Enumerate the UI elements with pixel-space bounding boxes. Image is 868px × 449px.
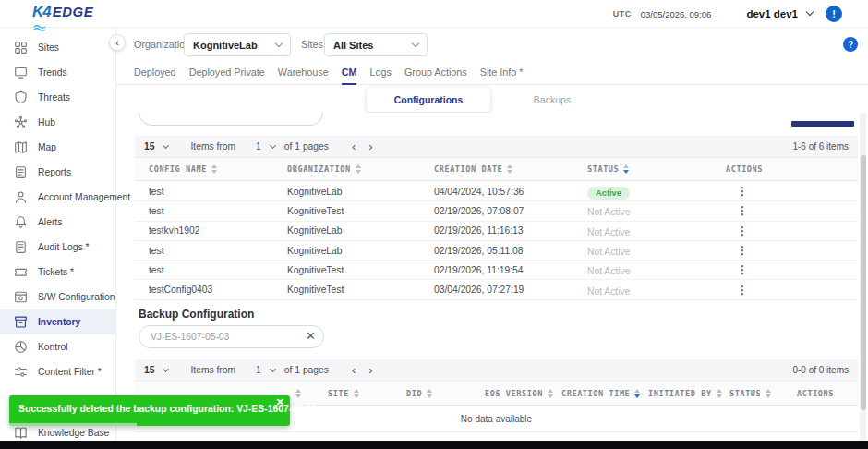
page-chevron-down-icon[interactable] xyxy=(270,366,276,372)
table-row[interactable]: testConfig0403 KognitiveTest 03/04/2026,… xyxy=(135,280,858,299)
user-menu-chevron-down-icon[interactable] xyxy=(806,8,814,16)
sidebar-item[interactable]: Kontrol xyxy=(0,334,115,359)
row-actions-kebab-icon[interactable]: ⋮ xyxy=(726,206,858,215)
cell-creation-date: 03/04/2026, 07:27:19 xyxy=(434,285,587,295)
page-prev-icon[interactable]: ‹ xyxy=(349,140,358,152)
items-from-label: Items from xyxy=(190,141,235,152)
sort-icon[interactable] xyxy=(211,164,217,174)
row-actions-kebab-icon[interactable]: ⋮ xyxy=(726,226,858,236)
sort-icon[interactable] xyxy=(548,389,553,398)
organization-value: KognitiveLab xyxy=(193,40,258,51)
page-size-value[interactable]: 15 xyxy=(144,141,154,152)
sidebar-nav: Sites Trends Threats Hub Map Reports xyxy=(0,28,116,441)
sort-icon[interactable] xyxy=(427,389,432,398)
page-number-value[interactable]: 1 xyxy=(256,141,261,152)
sort-icon[interactable] xyxy=(356,164,361,174)
k4edge-logo[interactable]: K4 EDGE xyxy=(32,3,93,21)
tab[interactable]: Group Actions xyxy=(404,61,467,85)
sidebar-item[interactable]: Content Filter * xyxy=(0,359,115,384)
sidebar-item-label: S/W Configuration xyxy=(38,292,115,302)
config-search-input-partial[interactable] xyxy=(139,113,323,126)
tab[interactable]: Site Info * xyxy=(480,61,524,85)
tab[interactable]: CM xyxy=(342,61,357,85)
subtab-configurations[interactable]: Configurations xyxy=(367,88,490,112)
backup-search-input[interactable] xyxy=(139,325,324,348)
sort-icon-active[interactable] xyxy=(634,389,640,398)
sort-icon[interactable] xyxy=(295,389,301,398)
page-number-value[interactable]: 1 xyxy=(256,365,261,375)
sidebar-item[interactable]: Threats xyxy=(0,85,115,110)
table-row[interactable]: testkvh1902 KognitiveLab 02/19/2026, 11:… xyxy=(135,222,858,241)
tab[interactable]: Deployed Private xyxy=(189,61,265,85)
sort-icon[interactable] xyxy=(507,164,512,174)
tab[interactable]: Warehouse xyxy=(278,61,329,85)
col-status: STATUS xyxy=(729,389,761,398)
tab[interactable]: Logs xyxy=(369,61,391,85)
sidebar-item[interactable]: S/W Configuration xyxy=(0,285,115,309)
organization-label: Organization xyxy=(134,39,190,50)
sort-icon[interactable] xyxy=(766,389,771,398)
cell-organization: KognitiveTest xyxy=(287,285,434,295)
knowledge-base-book-icon xyxy=(14,426,28,440)
sidebar-item-label: Tickets * xyxy=(38,267,74,277)
sidebar-item-label: Inventory xyxy=(38,317,80,327)
logo-edge-text: EDGE xyxy=(53,4,94,19)
page-next-icon[interactable]: › xyxy=(366,364,375,376)
sidebar-item[interactable]: Alerts xyxy=(0,210,115,235)
sidebar-item[interactable]: Sites xyxy=(0,35,115,60)
tab[interactable]: Deployed xyxy=(134,61,176,85)
sites-select[interactable]: All Sites xyxy=(324,33,428,56)
sort-icon[interactable] xyxy=(354,389,359,398)
sidebar-item-label: Threats xyxy=(38,92,70,103)
sidebar-item[interactable]: Map xyxy=(0,135,115,160)
timezone-label[interactable]: UTC xyxy=(613,9,632,18)
page-size-value[interactable]: 15 xyxy=(144,365,154,375)
table-row[interactable]: test KognitiveLab 04/04/2024, 10:57:36 A… xyxy=(135,182,858,201)
subtab-backups[interactable]: Backups xyxy=(490,88,614,112)
page-prev-icon[interactable]: ‹ xyxy=(349,364,358,376)
page-size-chevron-down-icon[interactable] xyxy=(163,142,169,149)
pages-label: of 1 pages xyxy=(284,141,329,152)
clear-search-icon[interactable]: ✕ xyxy=(306,329,316,344)
row-actions-kebab-icon[interactable]: ⋮ xyxy=(726,265,858,274)
sort-icon-active[interactable] xyxy=(623,164,629,174)
tab-label: Deployed Private xyxy=(189,67,265,78)
sidebar-item[interactable]: Account Management xyxy=(0,185,115,210)
organization-select[interactable]: KognitiveLab xyxy=(184,33,291,56)
page-size-chevron-down-icon[interactable] xyxy=(163,366,169,372)
sites-label: Sites xyxy=(301,39,323,50)
items-range-label: 0-0 of 0 items xyxy=(792,365,849,375)
page-chevron-down-icon[interactable] xyxy=(270,142,276,149)
cell-config-name: test xyxy=(149,206,287,216)
content-filter-icon xyxy=(14,365,28,379)
page-next-icon[interactable]: › xyxy=(366,140,375,152)
vertical-scrollbar-thumb[interactable] xyxy=(861,155,866,410)
sidebar-item[interactable]: Hub xyxy=(0,110,115,135)
sidebar-item[interactable]: Inventory xyxy=(0,309,115,334)
sidebar-item-label: Account Management xyxy=(38,192,130,202)
sidebar-item[interactable]: Tickets * xyxy=(0,260,115,285)
table-row[interactable]: test KognitiveTest 02/19/2026, 11:19:54 … xyxy=(135,261,858,280)
col-actions: ACTIONS xyxy=(726,164,763,174)
sidebar-item-label: Reports xyxy=(38,167,71,177)
row-actions-kebab-icon[interactable]: ⋮ xyxy=(726,246,858,255)
help-icon[interactable]: ? xyxy=(843,37,858,52)
row-actions-kebab-icon[interactable]: ⋮ xyxy=(726,187,858,196)
sidebar-item[interactable]: Reports xyxy=(0,160,115,185)
table-row[interactable]: test KognitiveLab 02/19/2026, 05:11:08 N… xyxy=(135,241,858,261)
user-avatar-icon[interactable]: ! xyxy=(826,6,842,22)
kontrol-pie-icon xyxy=(14,340,28,354)
sort-icon[interactable] xyxy=(717,389,722,398)
sidebar-item[interactable]: Audit Logs * xyxy=(0,235,115,260)
sidebar-collapse-button[interactable]: ‹ xyxy=(109,34,126,51)
toast-close-icon[interactable]: ✕ xyxy=(276,396,284,408)
primary-action-button-partial[interactable] xyxy=(791,121,854,127)
status-badge: Not Active xyxy=(587,247,630,257)
table-row[interactable]: test KognitiveTest 02/19/2026, 07:08:07 … xyxy=(135,201,858,221)
cell-config-name: test xyxy=(149,187,287,197)
sidebar-item[interactable]: Trends xyxy=(0,60,115,85)
cell-creation-date: 02/19/2026, 11:19:54 xyxy=(434,265,587,275)
row-actions-kebab-icon[interactable]: ⋮ xyxy=(726,285,858,295)
chevron-down-icon xyxy=(412,39,419,46)
sidebar-item-label: Map xyxy=(38,142,56,152)
